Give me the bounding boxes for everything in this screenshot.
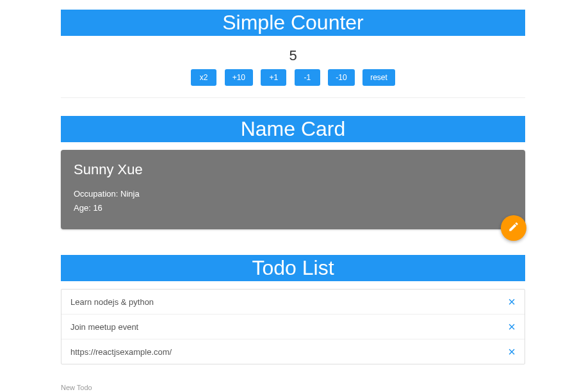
close-icon[interactable]: × — [508, 295, 516, 308]
x2-button[interactable]: x2 — [191, 69, 216, 86]
todo-text: Learn nodejs & python — [70, 297, 154, 307]
todo-title: Todo List — [61, 255, 525, 281]
namecard-title: Name Card — [61, 116, 525, 142]
todo-list: Learn nodejs & python × Join meetup even… — [61, 289, 525, 364]
todo-text: Join meetup event — [70, 322, 138, 332]
todo-input-row: New Todo ADD — [61, 384, 525, 392]
minus10-button[interactable]: -10 — [328, 69, 354, 86]
card-occupation: Occupation: Ninja — [74, 187, 512, 201]
todo-item: https://reactjsexample.com/ × — [61, 339, 525, 364]
close-icon[interactable]: × — [508, 345, 516, 358]
edit-button[interactable] — [501, 215, 526, 241]
card-name: Sunny Xue — [74, 161, 512, 178]
counter-value: 5 — [61, 47, 525, 64]
todo-item: Learn nodejs & python × — [61, 290, 525, 314]
counter-button-row: x2 +10 +1 -1 -10 reset — [61, 69, 525, 97]
minus1-button[interactable]: -1 — [295, 69, 320, 86]
pencil-icon — [508, 221, 519, 235]
close-icon[interactable]: × — [508, 320, 516, 333]
todo-input-label: New Todo — [61, 384, 435, 391]
card-age: Age: 16 — [74, 201, 512, 215]
plus10-button[interactable]: +10 — [225, 69, 253, 86]
name-card: Sunny Xue Occupation: Ninja Age: 16 — [61, 150, 525, 229]
counter-title: Simple Counter — [61, 10, 525, 36]
todo-item: Join meetup event × — [61, 314, 525, 339]
todo-text: https://reactjsexample.com/ — [70, 347, 172, 357]
plus1-button[interactable]: +1 — [261, 69, 286, 86]
reset-button[interactable]: reset — [362, 69, 395, 86]
